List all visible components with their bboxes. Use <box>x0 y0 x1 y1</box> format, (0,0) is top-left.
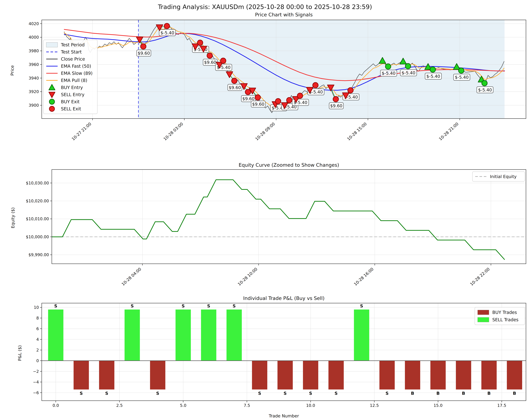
x-tick-label: 10-28 09:00 <box>254 121 276 141</box>
sell-trade-bar <box>125 309 140 361</box>
buy-trade-bar <box>303 361 318 390</box>
legend-label: BUY Exit <box>61 99 80 104</box>
equity-curve-line <box>52 180 504 259</box>
sell-exit-marker <box>287 97 292 103</box>
y-tick-label: 4 <box>36 337 39 342</box>
charts-canvas: $9.60$-5.40$-5.40$9.60$-5.40$9.60$9.60$9… <box>0 0 530 420</box>
sell-trade-bar <box>227 309 242 361</box>
sell-trade-bar <box>48 309 63 361</box>
buy-trade-bar <box>456 361 471 390</box>
trade-side-letter: S <box>131 304 134 308</box>
trade-side-letter: S <box>105 391 108 396</box>
legend-label: EMA Slow (89) <box>61 71 93 76</box>
sell-trade-bar <box>354 309 369 361</box>
sell-exit-marker <box>313 83 318 88</box>
trade-side-letter: B <box>487 391 491 396</box>
plot-border <box>52 170 526 264</box>
buy-exit-marker <box>458 68 464 73</box>
y-tick-label: 6 <box>36 326 39 331</box>
sell-exit-marker <box>164 23 170 29</box>
y-tick-label: 4020 <box>29 21 39 26</box>
buy-trade-bar <box>278 361 293 390</box>
legend-swatch <box>478 317 489 322</box>
buy-trade-bar <box>481 361 497 390</box>
trade-side-letter: S <box>360 304 363 308</box>
sell-trade-bar <box>176 309 191 361</box>
buy-trade-bar <box>380 361 395 390</box>
y-tick-label: −6 <box>33 390 39 395</box>
legend-label: Initial Equity <box>490 174 517 179</box>
buy-trade-bar <box>430 361 446 390</box>
y-tick-label: −2 <box>33 369 39 374</box>
legend: BUY TradesSELL Trades <box>475 307 525 325</box>
trade-side-letter: S <box>207 304 210 308</box>
x-tick-label: 10-28 16:00 <box>353 267 374 287</box>
sell-exit-marker <box>232 78 237 84</box>
trade-side-letter: S <box>233 304 236 308</box>
grid <box>52 170 526 264</box>
x-tick-label: 10-28 15:00 <box>346 121 368 141</box>
buy-trade-bar <box>507 361 522 390</box>
x-tick-label: 10-28 22:00 <box>469 267 491 287</box>
buy-exit-marker <box>430 67 436 72</box>
y-tick-label: 3980 <box>29 48 39 53</box>
sell-exit-marker <box>348 87 353 93</box>
buy-trade-bar <box>252 361 267 390</box>
sell-exit-marker <box>333 96 339 102</box>
y-tick-label: $10,000.00 <box>26 234 49 239</box>
pnl-bars: SSSSSSSSSSSSSSBBBBB <box>48 304 522 396</box>
trade-pnl-annotation: $-5.40 <box>455 75 469 80</box>
y-tick-label: $9,990.00 <box>29 252 49 257</box>
trade-side-letter: S <box>156 391 159 396</box>
sell-exit-marker <box>141 44 146 49</box>
legend-label: Test Period <box>61 42 85 47</box>
x-tick-label: 10-28 21:00 <box>438 121 459 141</box>
y-tick-label: 3960 <box>29 62 39 67</box>
trade-pnl-annotation: $-5.40 <box>478 87 492 92</box>
y-tick-label: 10 <box>34 305 39 310</box>
legend-swatch <box>49 106 55 111</box>
buy-exit-marker <box>405 63 411 69</box>
y-tick-label: 8 <box>36 316 39 320</box>
trade-side-letter: B <box>411 391 414 396</box>
sell-exit-marker <box>197 40 203 45</box>
sell-exit-marker <box>221 58 226 63</box>
trade-side-letter: S <box>385 391 389 396</box>
y-tick-label: −4 <box>33 380 39 384</box>
x-tick-label: 12.5 <box>370 403 379 408</box>
legend-label: Test Start <box>61 49 82 55</box>
buy-trade-bar <box>405 361 420 390</box>
axis-ticks: $10,030.00$10,020.00$10,010.00$10,000.00… <box>26 181 491 287</box>
x-tick-label: 7.5 <box>244 403 250 408</box>
legend: Initial Equity <box>472 172 525 181</box>
y-tick-label: 2 <box>36 348 39 352</box>
buy-trade-bar <box>74 361 89 390</box>
legend: Test PeriodTest StartClose PriceEMA Fast… <box>43 40 97 114</box>
trade-pnl-annotation: $9.60 <box>330 103 342 108</box>
x-tick-label: 10-27 21:00 <box>71 121 92 141</box>
y-tick-label: $10,020.00 <box>26 199 49 203</box>
legend-label: EMA Fast (50) <box>61 64 91 69</box>
buy-trade-bar <box>328 361 344 390</box>
legend-label: EMA Pull (8) <box>61 78 87 83</box>
legend-label: SELL Trades <box>492 317 518 322</box>
x-tick-label: 10-28 10:00 <box>237 267 258 287</box>
x-tick-label: 10-28 04:00 <box>121 267 142 287</box>
trade-pnl-annotation: $9.60 <box>204 60 216 65</box>
trade-pnl-annotation: $9.60 <box>242 96 254 101</box>
y-tick-label: $10,030.00 <box>26 181 49 185</box>
buy-trade-bar <box>99 361 114 390</box>
trade-pnl-annotation: $9.60 <box>252 102 264 107</box>
legend-label: BUY Trades <box>492 310 517 315</box>
legend-label: SELL Entry <box>61 92 84 97</box>
y-tick-label: 3940 <box>29 76 39 81</box>
legend-swatch <box>46 43 58 47</box>
axis-ticks: 1086420−2−4−60.02.55.07.510.012.515.017.… <box>33 305 506 408</box>
trade-pnl-annotation: $-5.40 <box>382 71 396 76</box>
x-tick-label: 5.0 <box>180 403 186 408</box>
legend-label: BUY Entry <box>61 85 83 90</box>
buy-exit-marker <box>385 64 391 69</box>
trade-side-letter: S <box>54 304 57 308</box>
trade-side-letter: S <box>309 391 312 396</box>
trade-pnl-annotation: $9.60 <box>138 51 150 56</box>
